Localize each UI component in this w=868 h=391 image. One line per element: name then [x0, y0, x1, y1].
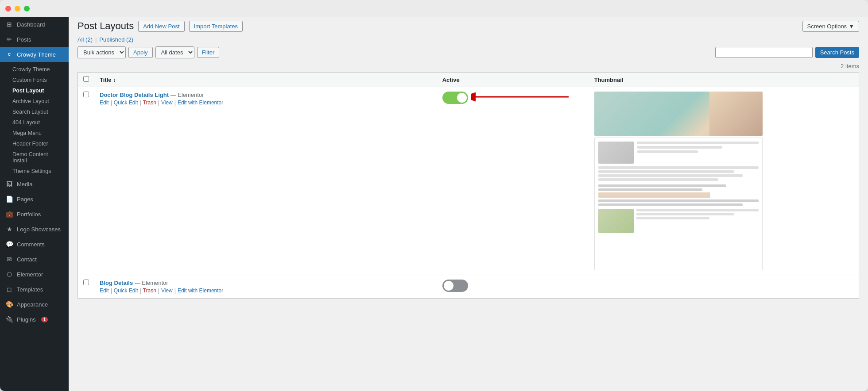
elementor-icon: ⬡ [5, 270, 13, 278]
row2-active-cell [437, 275, 589, 299]
filter-button[interactable]: Filter [197, 47, 220, 58]
row2-quick-edit-link[interactable]: Quick Edit [114, 288, 138, 294]
plugins-icon: 🔌 [5, 315, 13, 323]
filter-published-link[interactable]: Published (2) [99, 36, 133, 43]
row1-checkbox[interactable] [83, 92, 89, 97]
col-title-header[interactable]: Title ↕ [94, 73, 437, 87]
sidebar-item-label: Logo Showcases [17, 226, 61, 233]
sidebar-item-appearance[interactable]: 🎨 Appearance [0, 297, 69, 312]
row1-cb [78, 87, 95, 275]
filter-all-link[interactable]: All (2) [78, 36, 93, 43]
sidebar-item-elementor[interactable]: ⬡ Elementor [0, 267, 69, 282]
dates-filter-select[interactable]: All dates [155, 46, 194, 58]
pages-icon: 📄 [5, 195, 13, 203]
items-count: 2 items [841, 63, 859, 69]
close-button[interactable] [5, 6, 11, 12]
logo-showcases-icon: ★ [5, 225, 13, 233]
row1-actions: Edit | Quick Edit | Trash | View | Edit [100, 100, 432, 106]
maximize-button[interactable] [24, 6, 30, 12]
submenu-archive-layout[interactable]: Archive Layout [0, 96, 69, 107]
sidebar-item-logo-showcases[interactable]: ★ Logo Showcases [0, 222, 69, 237]
table-row: Blog Details — Elementor Edit | Quick Ed… [78, 275, 859, 299]
row1-edit-link[interactable]: Edit [100, 100, 109, 106]
sidebar: ⊞ Dashboard ✏ Posts C Crowdy Theme Crowd… [0, 17, 69, 391]
submenu-404-layout[interactable]: 404 Layout [0, 117, 69, 128]
media-icon: 🖼 [5, 180, 13, 188]
sidebar-item-label: Dashboard [17, 21, 45, 28]
sidebar-item-label: Pages [17, 196, 33, 203]
actions-right: Search Posts [715, 47, 859, 58]
sidebar-item-label: Crowdy Theme [17, 51, 56, 58]
sidebar-item-label: Portfolios [17, 211, 41, 218]
row1-trash-link[interactable]: Trash [143, 100, 156, 106]
row2-edit-link[interactable]: Edit [100, 288, 109, 294]
minimize-button[interactable] [15, 6, 20, 12]
comments-icon: 💬 [5, 240, 13, 248]
submenu-search-layout[interactable]: Search Layout [0, 107, 69, 117]
row2-edit-elementor-link[interactable]: Edit with Elementor [178, 288, 223, 294]
crowdy-theme-icon: C [5, 50, 13, 58]
sidebar-item-label: Plugins [17, 316, 36, 323]
sidebar-item-label: Templates [17, 286, 43, 293]
submenu-crowdy-theme[interactable]: Crowdy Theme [0, 64, 69, 75]
crowdy-theme-submenu: Crowdy Theme Custom Fonts Post Layout Ar… [0, 64, 69, 176]
add-new-post-button[interactable]: Add New Post [138, 21, 184, 32]
sidebar-item-dashboard[interactable]: ⊞ Dashboard [0, 17, 69, 32]
col-active-header: Active [437, 73, 589, 87]
filter-links: All (2) | Published (2) [78, 36, 859, 43]
sidebar-item-label: Elementor [17, 271, 43, 278]
submenu-custom-fonts[interactable]: Custom Fonts [0, 75, 69, 85]
sidebar-item-label: Appearance [17, 301, 48, 308]
main-content: Post Layouts Add New Post Import Templat… [69, 17, 868, 391]
sort-icon: ↕ [113, 77, 116, 83]
sidebar-item-plugins[interactable]: 🔌 Plugins 1 [0, 312, 69, 327]
sidebar-item-label: Posts [17, 36, 31, 43]
screen-options-chevron-icon: ▼ [849, 23, 854, 30]
page-title: Post Layouts [78, 20, 134, 32]
submenu-theme-settings[interactable]: Theme Settings [0, 166, 69, 176]
col-thumbnail-header: Thumbnail [589, 73, 859, 87]
sidebar-item-posts[interactable]: ✏ Posts [0, 32, 69, 47]
submenu-mega-menu[interactable]: Mega Menu [0, 128, 69, 138]
table-wrapper: Title ↕ Active Thumbnail [78, 72, 859, 299]
search-posts-button[interactable]: Search Posts [815, 47, 859, 58]
select-all-checkbox[interactable] [83, 76, 89, 82]
top-bar-left: Post Layouts Add New Post Import Templat… [78, 20, 243, 32]
sidebar-item-templates[interactable]: ◻ Templates [0, 282, 69, 297]
row1-toggle-knob [457, 93, 467, 103]
row2-title-cell: Blog Details — Elementor Edit | Quick Ed… [94, 275, 437, 299]
row1-quick-edit-link[interactable]: Quick Edit [114, 100, 138, 106]
row1-title-link[interactable]: Doctor Blog Details Light — Elementor [100, 92, 204, 98]
row1-active-toggle[interactable] [442, 92, 468, 104]
row2-trash-link[interactable]: Trash [143, 288, 156, 294]
row2-active-toggle[interactable] [442, 280, 468, 292]
row1-view-link[interactable]: View [161, 100, 173, 106]
table-row: Doctor Blog Details Light — Elementor Ed… [78, 87, 859, 275]
sidebar-item-comments[interactable]: 💬 Comments [0, 237, 69, 252]
row1-edit-elementor-link[interactable]: Edit with Elementor [178, 100, 223, 106]
import-templates-button[interactable]: Import Templates [189, 21, 243, 32]
col-cb-header [78, 73, 95, 87]
submenu-post-layout[interactable]: Post Layout [0, 85, 69, 96]
sidebar-item-portfolios[interactable]: 💼 Portfolios [0, 207, 69, 222]
screen-options-button[interactable]: Screen Options ▼ [802, 21, 859, 32]
sidebar-item-label: Comments [17, 241, 45, 248]
bulk-actions-select[interactable]: Bulk actions [78, 46, 126, 58]
row1-title-cell: Doctor Blog Details Light — Elementor Ed… [94, 87, 437, 275]
actions-bar: Bulk actions Apply All dates Filter Sear… [78, 46, 859, 58]
sidebar-item-media[interactable]: 🖼 Media [0, 176, 69, 192]
row2-view-link[interactable]: View [161, 288, 173, 294]
plugins-badge: 1 [41, 317, 48, 322]
row2-title-link[interactable]: Blog Details — Elementor [100, 280, 168, 286]
submenu-demo-content[interactable]: Demo Content Install [0, 149, 69, 166]
row2-toggle-knob [444, 281, 453, 291]
apply-button[interactable]: Apply [128, 47, 153, 58]
search-posts-input[interactable] [715, 47, 813, 58]
sidebar-item-contact[interactable]: ✉ Contact [0, 252, 69, 267]
row2-checkbox[interactable] [83, 280, 89, 285]
sidebar-item-crowdy-theme[interactable]: C Crowdy Theme [0, 47, 69, 62]
sidebar-item-pages[interactable]: 📄 Pages [0, 192, 69, 207]
templates-icon: ◻ [5, 285, 13, 293]
submenu-header-footer[interactable]: Header Footer [0, 138, 69, 149]
row1-active-cell [437, 87, 589, 275]
